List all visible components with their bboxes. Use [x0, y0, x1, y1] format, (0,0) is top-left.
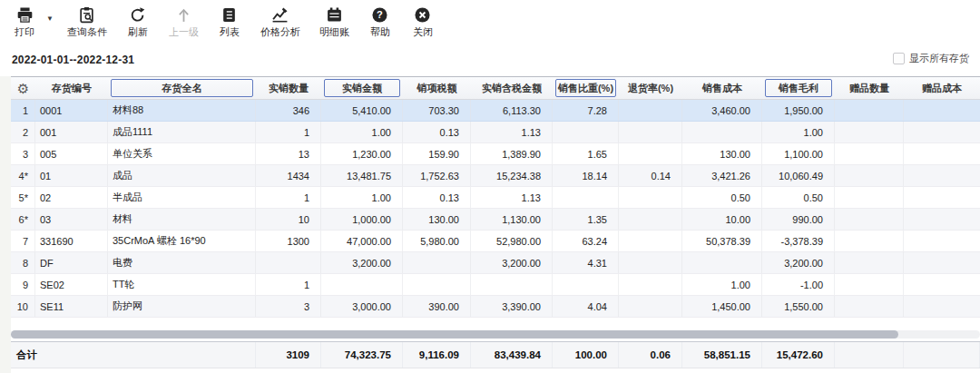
cell-qty: 346 [256, 100, 321, 121]
cell-qty: 10 [256, 209, 321, 230]
cell-tax_incl: 3,200.00 [471, 252, 553, 273]
column-header-pct[interactable]: 销售比重(%) [553, 77, 619, 99]
cell-cost [682, 252, 762, 273]
table-row[interactable]: 9SE02TT轮11.00-1.00 [11, 274, 980, 296]
table-row[interactable]: 2001成品111111.000.131.131.00 [11, 122, 980, 143]
cell-name: 35CrMoA 螺栓 16*90 [108, 231, 256, 251]
cell-gift_cost [904, 296, 980, 317]
scrollbar-thumb[interactable] [11, 330, 898, 339]
arrow-up-icon [175, 6, 192, 24]
help-button[interactable]: ? 帮助 [368, 6, 392, 37]
column-header-tax[interactable]: 销项税额 [403, 77, 471, 99]
print-dropdown-caret[interactable]: ▼ [46, 15, 54, 23]
cell-cost: 3,460.00 [682, 100, 762, 121]
detail-ledger-label: 明细账 [319, 26, 349, 37]
boxed-header-name[interactable]: 存货全名 [111, 79, 253, 97]
query-conditions-label: 查询条件 [67, 26, 107, 37]
column-header-profit[interactable]: 销售毛利 [762, 77, 835, 99]
table-row[interactable]: 10SE11防护网33,000.00390.003,390.004.041,45… [11, 296, 980, 318]
column-header-cost[interactable]: 销售成本 [682, 77, 762, 99]
column-header-name[interactable]: 存货全名 [108, 77, 256, 99]
query-conditions-button[interactable]: 查询条件 [67, 6, 107, 37]
refresh-button[interactable]: 刷新 [126, 6, 150, 37]
table-body: 10001材料883465,410.00703.306,113.307.283,… [11, 100, 980, 318]
svg-text:?: ? [377, 9, 384, 20]
horizontal-scrollbar[interactable] [11, 330, 980, 339]
table-row[interactable]: 733169035CrMoA 螺栓 16*90130047,000.005,98… [11, 231, 980, 252]
boxed-header-amount[interactable]: 实销金额 [324, 79, 400, 97]
cell-ret_rate [619, 143, 682, 164]
close-button[interactable]: 关闭 [411, 6, 435, 37]
list-button[interactable]: 列表 [218, 6, 241, 37]
close-label: 关闭 [413, 26, 433, 37]
table-row[interactable]: 4*01成品143413,481.751,752.6315,234.3818.1… [11, 165, 980, 187]
cell-num: 2 [11, 122, 35, 142]
cell-profit: -1.00 [762, 274, 835, 295]
cell-amount: 1,230.00 [321, 143, 403, 164]
table-row[interactable]: 5*02半成品11.000.131.130.500.50 [11, 187, 980, 209]
chart-pen-icon [271, 6, 289, 24]
table-row[interactable]: 10001材料883465,410.00703.306,113.307.283,… [11, 100, 980, 122]
cell-gift_cost [904, 100, 980, 121]
column-header-gift_qty[interactable]: 赠品数量 [835, 77, 904, 99]
cell-tax_incl: 1.13 [471, 122, 553, 142]
cell-code: 03 [35, 209, 108, 230]
cell-ret_rate [619, 274, 682, 295]
column-header-ret_rate[interactable]: 退货率(%) [619, 77, 682, 99]
cell-tax: 5,980.00 [403, 231, 471, 251]
price-analysis-button[interactable]: 价格分析 [260, 6, 300, 37]
total-tax_incl: 83,439.84 [471, 342, 553, 368]
cell-tax: 703.30 [403, 100, 471, 121]
cell-code: 02 [35, 187, 108, 208]
table-row[interactable]: 6*03材料101,000.00130.001,130.001.3510.009… [11, 209, 980, 231]
cell-tax: 159.90 [403, 143, 471, 164]
cell-tax: 0.13 [403, 187, 471, 208]
column-header-code[interactable]: 存货编号 [35, 77, 108, 99]
boxed-header-pct[interactable]: 销售比重(%) [555, 79, 616, 97]
total-ret_rate: 0.06 [619, 342, 682, 368]
cell-gift_qty [835, 274, 904, 295]
cell-code: 005 [35, 143, 108, 164]
column-header-gift_cost[interactable]: 赠品成本 [904, 77, 980, 99]
table-row[interactable]: 8DF电费3,200.003,200.004.313,200.00 [11, 252, 980, 274]
list-icon [220, 6, 238, 24]
column-header-amount[interactable]: 实销金额 [321, 77, 403, 99]
cell-gift_cost [904, 274, 980, 295]
column-header-qty[interactable]: 实销数量 [256, 77, 321, 99]
cell-num: 5* [11, 187, 35, 208]
detail-ledger-button[interactable]: 明细账 [319, 6, 349, 37]
cell-name: 成品 [108, 165, 256, 186]
cell-code: 01 [35, 165, 108, 186]
cell-tax_incl: 3,390.00 [471, 296, 553, 317]
column-header-tax_incl[interactable]: 实销含税金额 [471, 77, 553, 99]
cell-num: 1 [11, 100, 35, 121]
cell-gift_qty [835, 231, 904, 251]
print-button[interactable]: 打印 [13, 6, 36, 37]
boxed-header-profit[interactable]: 销售毛利 [765, 79, 832, 97]
cell-pct [553, 122, 619, 142]
show-all-inventory-label: 显示所有存货 [909, 52, 969, 65]
total-gift_qty [835, 342, 904, 368]
show-all-inventory-checkbox[interactable]: 显示所有存货 [893, 52, 969, 65]
column-settings-cell[interactable]: ⚙ [11, 77, 35, 99]
cell-pct: 18.14 [553, 165, 619, 186]
checkbox-icon[interactable] [893, 53, 905, 64]
up-level-button[interactable]: 上一级 [169, 6, 199, 37]
cell-tax_incl: 15,234.38 [471, 165, 553, 186]
cell-cost: 130.00 [682, 143, 762, 164]
toolbar: 打印 ▼ 查询条件 刷新 上一级 列表 价格分析 明细账 [13, 6, 435, 44]
cell-cost: 1.00 [682, 274, 762, 295]
table-row[interactable]: 3005单位关系131,230.00159.901,389.901.65130.… [11, 143, 980, 165]
cell-code: SE11 [35, 296, 108, 317]
cell-pct: 63.24 [553, 231, 619, 251]
cell-num: 8 [11, 252, 35, 273]
cell-num: 9 [11, 274, 35, 295]
gear-icon[interactable]: ⚙ [17, 82, 29, 95]
total-pct: 100.00 [553, 342, 619, 368]
cell-amount: 1.00 [321, 122, 403, 142]
cell-gift_qty [835, 122, 904, 142]
cell-gift_qty [835, 187, 904, 208]
cell-name: 电费 [108, 252, 256, 273]
cell-qty [256, 252, 321, 273]
cell-qty: 1 [256, 122, 321, 142]
